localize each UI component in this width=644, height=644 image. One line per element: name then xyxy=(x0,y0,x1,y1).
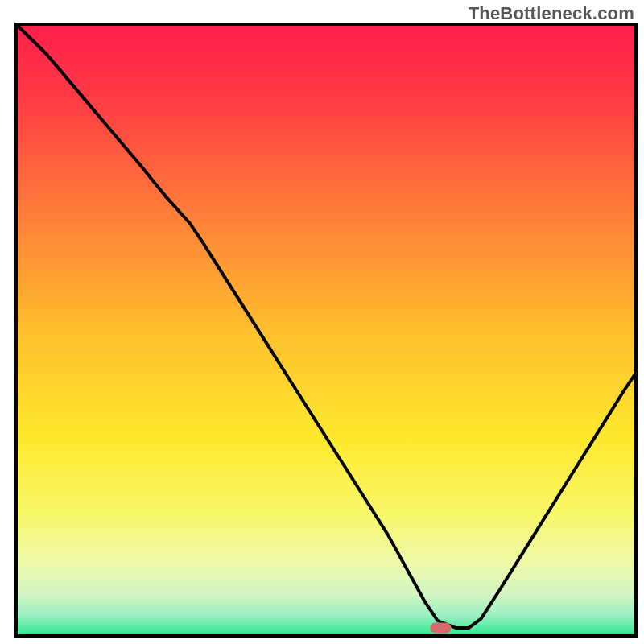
plot-background xyxy=(16,24,636,636)
bottleneck-chart xyxy=(0,0,644,644)
optimal-marker xyxy=(430,623,451,634)
chart-container: TheBottleneck.com xyxy=(0,0,644,644)
